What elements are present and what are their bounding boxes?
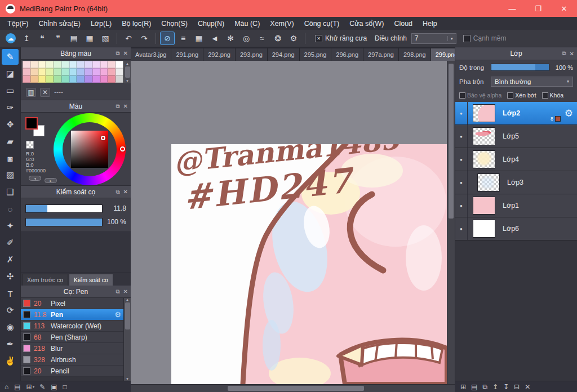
brush-item[interactable]: 20 Pixel ⚙ bbox=[21, 298, 123, 309]
transparent-color-button[interactable] bbox=[26, 141, 34, 149]
layer-thumbnail[interactable] bbox=[473, 197, 495, 215]
palette-swatch[interactable] bbox=[38, 61, 46, 68]
close-button[interactable]: ✕ bbox=[551, 0, 577, 17]
scroll-thumb[interactable] bbox=[125, 302, 130, 329]
cloud-sync-button[interactable]: ☁ bbox=[3, 32, 18, 45]
palette-swatch[interactable] bbox=[54, 61, 61, 68]
palette-swatch[interactable] bbox=[38, 75, 46, 83]
tool-shape-rect[interactable]: ▭ bbox=[2, 83, 19, 99]
palette-swatch[interactable] bbox=[23, 61, 30, 68]
popout-icon[interactable]: ⧉ bbox=[116, 103, 119, 110]
menu-item[interactable]: Cloud bbox=[389, 17, 418, 30]
palette-swatch[interactable] bbox=[108, 61, 116, 68]
menu-item[interactable]: Xem(V) bbox=[265, 17, 299, 30]
brush-scrollbar[interactable]: ▲ ▼ bbox=[123, 298, 131, 381]
add-folder-button[interactable]: ▤ bbox=[471, 383, 477, 391]
color-wheel[interactable] bbox=[54, 113, 126, 185]
tool-magic-wand[interactable]: ✦ bbox=[2, 218, 19, 234]
hue-marker[interactable] bbox=[120, 146, 125, 152]
undo-button[interactable]: ↶ bbox=[121, 32, 136, 45]
palette-swatch[interactable] bbox=[116, 61, 123, 68]
doc-tab[interactable]: 294.png bbox=[268, 48, 300, 61]
palette-swatch[interactable] bbox=[77, 75, 85, 83]
upload-button[interactable]: ↥ bbox=[19, 32, 34, 45]
scroll-thumb[interactable] bbox=[449, 64, 454, 219]
tool-rotate[interactable]: ⟳ bbox=[2, 302, 19, 318]
palette-swatch[interactable] bbox=[61, 75, 69, 83]
palette-swatch[interactable] bbox=[100, 75, 108, 83]
popout-icon[interactable]: ⧉ bbox=[562, 50, 566, 57]
scroll-up-icon[interactable]: ▲ bbox=[126, 298, 129, 301]
menu-item[interactable]: Help bbox=[418, 17, 442, 30]
menu-item[interactable]: Chỉnh sửa(E) bbox=[34, 17, 86, 30]
palette-swatch[interactable] bbox=[85, 61, 92, 68]
snap-ellipse-button[interactable]: ❂ bbox=[270, 32, 285, 45]
palette-swatch[interactable] bbox=[54, 75, 61, 83]
menu-item[interactable]: Màu (C) bbox=[229, 17, 265, 30]
doc-tab[interactable]: 299.png bbox=[431, 48, 455, 61]
doc-tab[interactable]: 291.png bbox=[171, 48, 203, 61]
layer-visibility-toggle[interactable]: ● bbox=[455, 102, 468, 124]
layer-thumbnail[interactable] bbox=[473, 127, 495, 145]
palette-scrollbar[interactable]: ▲ ▼ bbox=[123, 61, 131, 83]
add-layer-button[interactable]: ⊞ bbox=[460, 383, 466, 391]
close-icon[interactable]: ✕ bbox=[570, 51, 574, 57]
tool-text[interactable]: T bbox=[2, 286, 19, 301]
layer-visibility-toggle[interactable]: ● bbox=[455, 194, 468, 217]
layer-thumbnail[interactable] bbox=[477, 173, 500, 191]
tool-move[interactable]: ✥ bbox=[2, 117, 19, 132]
palette-swatch[interactable] bbox=[30, 61, 38, 68]
palette-swatch[interactable] bbox=[38, 68, 46, 75]
menu-item[interactable]: Chọn(S) bbox=[156, 17, 193, 30]
merge-layer-button[interactable]: ⊟ bbox=[514, 383, 520, 391]
layer-row[interactable]: ● Lớp1 ⚙ bbox=[455, 194, 577, 217]
palette-swatch[interactable] bbox=[77, 61, 85, 68]
brush-item[interactable]: 328 Airbrush ⚙ bbox=[21, 354, 123, 366]
brush-size-slider[interactable] bbox=[25, 204, 103, 213]
adjust-dropdown[interactable]: 7 ▾ bbox=[411, 33, 456, 44]
comment-button[interactable]: ❝ bbox=[35, 32, 50, 45]
scroll-up-icon[interactable]: ▲ bbox=[126, 61, 129, 66]
popout-icon[interactable]: ⧉ bbox=[116, 189, 119, 195]
scroll-thumb[interactable] bbox=[125, 66, 130, 78]
layer-opacity-slider[interactable] bbox=[491, 64, 549, 71]
color-back-button[interactable]: ◂ bbox=[29, 176, 41, 181]
palette-swatch[interactable] bbox=[23, 75, 30, 83]
soft-edge-checkbox[interactable]: Cạnh mềm bbox=[463, 34, 507, 42]
blend-mode-dropdown[interactable]: Bình thường ▾ bbox=[491, 77, 573, 87]
menu-item[interactable]: Chụp(N) bbox=[193, 17, 229, 30]
material-button[interactable]: ▣ bbox=[51, 383, 57, 391]
snap-circle-button[interactable]: ◎ bbox=[239, 32, 254, 45]
canvas[interactable]: @Tranma1485 #HD247 bbox=[131, 61, 447, 384]
clipping-checkbox[interactable] bbox=[507, 92, 513, 99]
tool-eyedropper[interactable]: ◉ bbox=[2, 319, 19, 335]
canvas-vertical-scrollbar[interactable] bbox=[447, 61, 455, 384]
foreground-color-swatch[interactable] bbox=[25, 117, 38, 130]
window-layout-button[interactable]: ⊞▾ bbox=[26, 383, 35, 391]
add-swatch-button[interactable]: ▥ bbox=[26, 88, 36, 97]
layer-row[interactable]: ● Lớp3 ⚙ bbox=[455, 171, 577, 194]
close-icon[interactable]: ✕ bbox=[123, 103, 128, 109]
soft-edge-checkbox-box[interactable] bbox=[463, 35, 471, 42]
palette-swatch[interactable] bbox=[77, 68, 85, 75]
delete-swatch-button[interactable]: ✕ bbox=[40, 88, 50, 97]
doc-tab[interactable]: 292.png bbox=[203, 48, 236, 61]
popout-icon[interactable]: ⧉ bbox=[116, 50, 119, 57]
snap-parallel-button[interactable]: ≡ bbox=[176, 32, 190, 45]
palette-swatch[interactable] bbox=[116, 68, 123, 75]
palette-swatch[interactable] bbox=[85, 75, 92, 83]
layer-down-button[interactable]: ↧ bbox=[503, 383, 509, 391]
menu-item[interactable]: Cửa sổ(W) bbox=[344, 17, 389, 30]
layer-visibility-toggle[interactable]: ● bbox=[455, 125, 468, 148]
palette-swatch[interactable] bbox=[116, 75, 123, 83]
layer-visibility-toggle[interactable]: ● bbox=[455, 217, 468, 240]
palette-swatch[interactable] bbox=[100, 61, 108, 68]
canvas-horizontal-scrollbar[interactable] bbox=[131, 384, 455, 392]
brush-item[interactable]: 20 Pencil ⚙ bbox=[21, 366, 123, 377]
close-icon[interactable]: ✕ bbox=[123, 189, 128, 195]
palette-swatch[interactable] bbox=[108, 68, 116, 75]
home-button[interactable]: ⌂ bbox=[5, 383, 9, 391]
tool-brush[interactable]: ✎ bbox=[2, 49, 19, 65]
brush-item[interactable]: 218 Blur ⚙ bbox=[21, 343, 123, 354]
snap-off-button[interactable]: ⊘ bbox=[160, 32, 175, 45]
